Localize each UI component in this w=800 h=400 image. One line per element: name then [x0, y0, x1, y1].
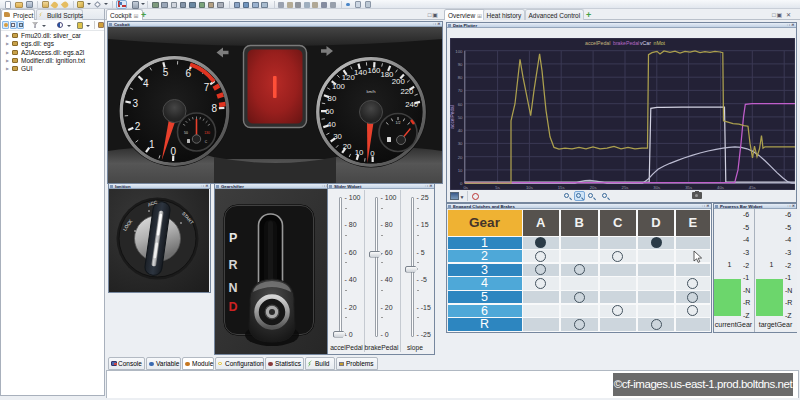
svg-text:40: 40 — [327, 120, 336, 129]
svg-text:20: 20 — [342, 141, 351, 150]
svg-text:0: 0 — [370, 149, 375, 158]
svg-text:brakePedal: brakePedal — [613, 40, 639, 46]
svg-text:3: 3 — [132, 98, 138, 109]
svg-text:0: 0 — [170, 145, 176, 156]
svg-text:0s: 0s — [463, 184, 468, 189]
svg-text:140: 140 — [353, 67, 367, 76]
svg-text:km/h: km/h — [366, 89, 376, 94]
svg-text:nMot: nMot — [653, 40, 665, 46]
svg-text:R: R — [228, 258, 237, 272]
svg-text:80: 80 — [327, 93, 336, 102]
svg-text:accelPedal: accelPedal — [450, 105, 455, 128]
svg-text:4: 4 — [142, 77, 148, 88]
svg-text:accelPedal: accelPedal — [585, 40, 610, 46]
svg-text:70: 70 — [457, 88, 462, 93]
svg-text:N: N — [228, 280, 237, 294]
svg-text:50: 50 — [184, 131, 188, 135]
svg-text:5: 5 — [162, 66, 168, 77]
svg-text:30: 30 — [457, 141, 462, 146]
svg-text:60: 60 — [457, 101, 462, 106]
svg-text:1: 1 — [148, 138, 154, 149]
svg-text:6: 6 — [185, 68, 191, 79]
svg-text:10: 10 — [354, 147, 363, 156]
svg-text:P: P — [229, 231, 237, 245]
svg-text:D: D — [228, 299, 237, 313]
svg-text:100: 100 — [331, 82, 345, 91]
svg-text:220: 220 — [400, 86, 414, 95]
svg-text:15s: 15s — [557, 184, 564, 189]
svg-text:45s: 45s — [748, 184, 755, 189]
svg-text:7: 7 — [203, 81, 209, 92]
svg-text:40: 40 — [457, 128, 462, 133]
svg-text:25s: 25s — [621, 184, 628, 189]
svg-text:200: 200 — [391, 76, 405, 85]
svg-text:80: 80 — [457, 75, 462, 80]
svg-text:130: 130 — [204, 131, 210, 135]
svg-text:40s: 40s — [717, 184, 724, 189]
svg-text:20s: 20s — [589, 184, 596, 189]
svg-text:20: 20 — [457, 154, 462, 159]
svg-text:10s: 10s — [525, 184, 532, 189]
svg-text:160: 160 — [367, 66, 381, 75]
svg-text:8: 8 — [211, 103, 217, 114]
svg-text:90: 90 — [457, 61, 462, 66]
svg-text:vCar: vCar — [640, 40, 651, 46]
svg-text:35s: 35s — [685, 184, 692, 189]
svg-text:1/2: 1/2 — [395, 121, 400, 125]
svg-text:240: 240 — [405, 99, 419, 108]
svg-text:2: 2 — [134, 120, 140, 131]
svg-text:5s: 5s — [495, 184, 500, 189]
svg-text:60: 60 — [325, 107, 334, 116]
svg-text:50: 50 — [457, 114, 462, 119]
svg-text:10: 10 — [457, 167, 462, 172]
svg-text:30: 30 — [333, 132, 342, 141]
svg-text:30s: 30s — [653, 184, 660, 189]
svg-text:100: 100 — [455, 48, 463, 53]
